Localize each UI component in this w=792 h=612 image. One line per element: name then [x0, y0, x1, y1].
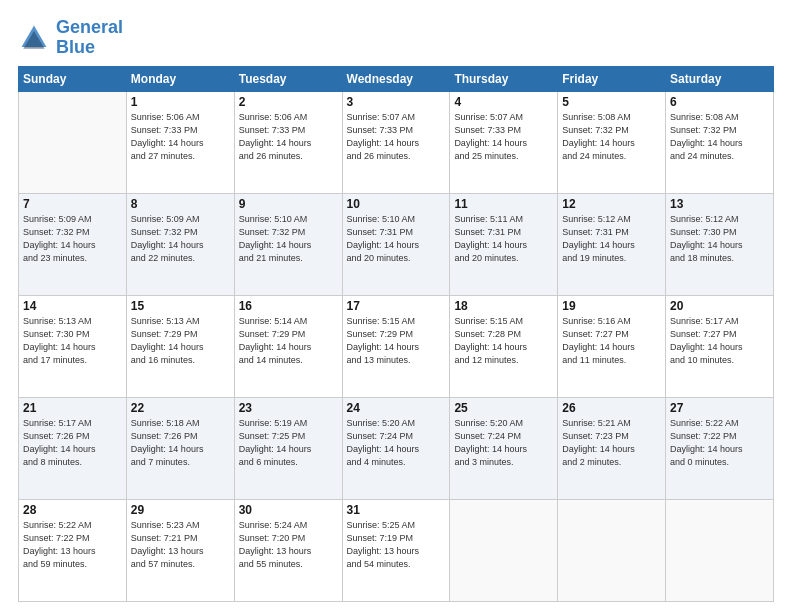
day-number: 31: [347, 503, 446, 517]
day-info: Sunrise: 5:10 AM Sunset: 7:31 PM Dayligh…: [347, 213, 446, 265]
day-number: 16: [239, 299, 338, 313]
day-number: 1: [131, 95, 230, 109]
day-info: Sunrise: 5:13 AM Sunset: 7:30 PM Dayligh…: [23, 315, 122, 367]
day-number: 19: [562, 299, 661, 313]
day-number: 25: [454, 401, 553, 415]
calendar-week-row: 1Sunrise: 5:06 AM Sunset: 7:33 PM Daylig…: [19, 91, 774, 193]
day-info: Sunrise: 5:11 AM Sunset: 7:31 PM Dayligh…: [454, 213, 553, 265]
calendar-cell: 3Sunrise: 5:07 AM Sunset: 7:33 PM Daylig…: [342, 91, 450, 193]
calendar-week-row: 14Sunrise: 5:13 AM Sunset: 7:30 PM Dayli…: [19, 295, 774, 397]
logo: General Blue: [18, 18, 123, 58]
day-number: 21: [23, 401, 122, 415]
day-info: Sunrise: 5:12 AM Sunset: 7:30 PM Dayligh…: [670, 213, 769, 265]
calendar-header-monday: Monday: [126, 66, 234, 91]
day-number: 3: [347, 95, 446, 109]
day-number: 22: [131, 401, 230, 415]
calendar-cell: 16Sunrise: 5:14 AM Sunset: 7:29 PM Dayli…: [234, 295, 342, 397]
day-number: 23: [239, 401, 338, 415]
day-number: 27: [670, 401, 769, 415]
page: General Blue SundayMondayTuesdayWednesda…: [0, 0, 792, 612]
day-number: 2: [239, 95, 338, 109]
day-number: 7: [23, 197, 122, 211]
calendar-cell: 23Sunrise: 5:19 AM Sunset: 7:25 PM Dayli…: [234, 397, 342, 499]
day-info: Sunrise: 5:24 AM Sunset: 7:20 PM Dayligh…: [239, 519, 338, 571]
day-info: Sunrise: 5:22 AM Sunset: 7:22 PM Dayligh…: [670, 417, 769, 469]
day-number: 9: [239, 197, 338, 211]
day-number: 10: [347, 197, 446, 211]
day-info: Sunrise: 5:21 AM Sunset: 7:23 PM Dayligh…: [562, 417, 661, 469]
day-number: 17: [347, 299, 446, 313]
calendar-cell: 20Sunrise: 5:17 AM Sunset: 7:27 PM Dayli…: [666, 295, 774, 397]
calendar-cell: 8Sunrise: 5:09 AM Sunset: 7:32 PM Daylig…: [126, 193, 234, 295]
calendar-header-sunday: Sunday: [19, 66, 127, 91]
calendar-cell: 2Sunrise: 5:06 AM Sunset: 7:33 PM Daylig…: [234, 91, 342, 193]
calendar-cell: 21Sunrise: 5:17 AM Sunset: 7:26 PM Dayli…: [19, 397, 127, 499]
calendar-cell: 13Sunrise: 5:12 AM Sunset: 7:30 PM Dayli…: [666, 193, 774, 295]
calendar-cell: [450, 499, 558, 601]
day-info: Sunrise: 5:17 AM Sunset: 7:27 PM Dayligh…: [670, 315, 769, 367]
day-number: 18: [454, 299, 553, 313]
day-number: 5: [562, 95, 661, 109]
calendar-header-saturday: Saturday: [666, 66, 774, 91]
day-info: Sunrise: 5:15 AM Sunset: 7:28 PM Dayligh…: [454, 315, 553, 367]
day-info: Sunrise: 5:20 AM Sunset: 7:24 PM Dayligh…: [454, 417, 553, 469]
calendar-cell: 11Sunrise: 5:11 AM Sunset: 7:31 PM Dayli…: [450, 193, 558, 295]
calendar-cell: 27Sunrise: 5:22 AM Sunset: 7:22 PM Dayli…: [666, 397, 774, 499]
day-number: 14: [23, 299, 122, 313]
calendar-cell: 14Sunrise: 5:13 AM Sunset: 7:30 PM Dayli…: [19, 295, 127, 397]
calendar-cell: 15Sunrise: 5:13 AM Sunset: 7:29 PM Dayli…: [126, 295, 234, 397]
day-info: Sunrise: 5:08 AM Sunset: 7:32 PM Dayligh…: [562, 111, 661, 163]
calendar-header-tuesday: Tuesday: [234, 66, 342, 91]
day-info: Sunrise: 5:06 AM Sunset: 7:33 PM Dayligh…: [131, 111, 230, 163]
day-number: 28: [23, 503, 122, 517]
day-info: Sunrise: 5:10 AM Sunset: 7:32 PM Dayligh…: [239, 213, 338, 265]
calendar-cell: 18Sunrise: 5:15 AM Sunset: 7:28 PM Dayli…: [450, 295, 558, 397]
day-info: Sunrise: 5:16 AM Sunset: 7:27 PM Dayligh…: [562, 315, 661, 367]
calendar-cell: 6Sunrise: 5:08 AM Sunset: 7:32 PM Daylig…: [666, 91, 774, 193]
calendar-cell: [19, 91, 127, 193]
calendar-cell: 19Sunrise: 5:16 AM Sunset: 7:27 PM Dayli…: [558, 295, 666, 397]
calendar-cell: 1Sunrise: 5:06 AM Sunset: 7:33 PM Daylig…: [126, 91, 234, 193]
day-info: Sunrise: 5:08 AM Sunset: 7:32 PM Dayligh…: [670, 111, 769, 163]
day-info: Sunrise: 5:23 AM Sunset: 7:21 PM Dayligh…: [131, 519, 230, 571]
calendar-cell: 7Sunrise: 5:09 AM Sunset: 7:32 PM Daylig…: [19, 193, 127, 295]
calendar-cell: 26Sunrise: 5:21 AM Sunset: 7:23 PM Dayli…: [558, 397, 666, 499]
logo-icon: [18, 22, 50, 54]
day-number: 6: [670, 95, 769, 109]
calendar-cell: 31Sunrise: 5:25 AM Sunset: 7:19 PM Dayli…: [342, 499, 450, 601]
day-info: Sunrise: 5:15 AM Sunset: 7:29 PM Dayligh…: [347, 315, 446, 367]
calendar-cell: 17Sunrise: 5:15 AM Sunset: 7:29 PM Dayli…: [342, 295, 450, 397]
calendar-week-row: 21Sunrise: 5:17 AM Sunset: 7:26 PM Dayli…: [19, 397, 774, 499]
day-number: 15: [131, 299, 230, 313]
calendar-table: SundayMondayTuesdayWednesdayThursdayFrid…: [18, 66, 774, 602]
day-info: Sunrise: 5:14 AM Sunset: 7:29 PM Dayligh…: [239, 315, 338, 367]
calendar-header-friday: Friday: [558, 66, 666, 91]
day-info: Sunrise: 5:07 AM Sunset: 7:33 PM Dayligh…: [347, 111, 446, 163]
day-number: 30: [239, 503, 338, 517]
day-number: 26: [562, 401, 661, 415]
day-info: Sunrise: 5:09 AM Sunset: 7:32 PM Dayligh…: [131, 213, 230, 265]
day-number: 20: [670, 299, 769, 313]
day-info: Sunrise: 5:25 AM Sunset: 7:19 PM Dayligh…: [347, 519, 446, 571]
day-info: Sunrise: 5:20 AM Sunset: 7:24 PM Dayligh…: [347, 417, 446, 469]
calendar-week-row: 28Sunrise: 5:22 AM Sunset: 7:22 PM Dayli…: [19, 499, 774, 601]
calendar-cell: 4Sunrise: 5:07 AM Sunset: 7:33 PM Daylig…: [450, 91, 558, 193]
calendar-header-thursday: Thursday: [450, 66, 558, 91]
calendar-cell: 10Sunrise: 5:10 AM Sunset: 7:31 PM Dayli…: [342, 193, 450, 295]
day-info: Sunrise: 5:18 AM Sunset: 7:26 PM Dayligh…: [131, 417, 230, 469]
day-info: Sunrise: 5:07 AM Sunset: 7:33 PM Dayligh…: [454, 111, 553, 163]
day-number: 12: [562, 197, 661, 211]
calendar-cell: [558, 499, 666, 601]
day-info: Sunrise: 5:17 AM Sunset: 7:26 PM Dayligh…: [23, 417, 122, 469]
calendar-cell: 9Sunrise: 5:10 AM Sunset: 7:32 PM Daylig…: [234, 193, 342, 295]
logo-text: General Blue: [56, 18, 123, 58]
day-number: 24: [347, 401, 446, 415]
day-number: 8: [131, 197, 230, 211]
day-number: 11: [454, 197, 553, 211]
day-number: 13: [670, 197, 769, 211]
calendar-header-wednesday: Wednesday: [342, 66, 450, 91]
calendar-cell: 30Sunrise: 5:24 AM Sunset: 7:20 PM Dayli…: [234, 499, 342, 601]
calendar-week-row: 7Sunrise: 5:09 AM Sunset: 7:32 PM Daylig…: [19, 193, 774, 295]
day-info: Sunrise: 5:22 AM Sunset: 7:22 PM Dayligh…: [23, 519, 122, 571]
day-info: Sunrise: 5:13 AM Sunset: 7:29 PM Dayligh…: [131, 315, 230, 367]
